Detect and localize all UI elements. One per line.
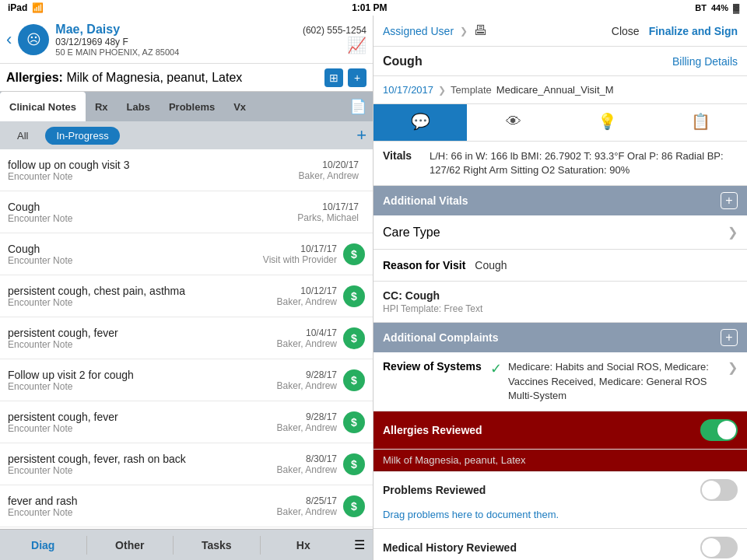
assigned-user-link[interactable]: Assigned User	[383, 25, 454, 37]
dollar-button[interactable]: $	[343, 243, 365, 265]
note-author: Baker, Andrew	[277, 422, 337, 433]
medical-history-label: Medical History Reviewed	[383, 541, 517, 554]
tab-problems[interactable]: Problems	[160, 92, 224, 121]
template-label: Template	[451, 84, 492, 96]
additional-complaints-add[interactable]: +	[721, 329, 738, 346]
note-meta: 10/4/17 Baker, Andrew	[277, 327, 337, 349]
patient-header: ‹ ☹ Mae, Daisy 03/12/1969 48y F 50 E MAI…	[0, 16, 373, 64]
care-type-row[interactable]: Care Type ❯	[374, 215, 747, 250]
patient-info: Mae, Daisy 03/12/1969 48y F 50 E MAIN PH…	[55, 23, 296, 57]
tab-vx[interactable]: Vx	[224, 92, 255, 121]
tab-rx[interactable]: Rx	[86, 92, 117, 121]
icon-tab-chat[interactable]: 💬	[374, 104, 467, 141]
avatar-icon: ☹	[26, 31, 41, 48]
medical-history-header: Medical History Reviewed	[374, 529, 747, 560]
review-of-systems-row: Review of Systems ✓ Medicare: Habits and…	[374, 352, 747, 411]
additional-vitals-add[interactable]: +	[721, 192, 738, 209]
note-title-text: persistent cough, fever, rash on back	[8, 453, 277, 465]
right-header: Assigned User ❯ 🖶 Close Finalize and Sig…	[374, 16, 747, 47]
note-list-item[interactable]: fever and rash Encounter Note 8/25/17 Ba…	[0, 485, 373, 527]
note-title-text: persistent cough, chest pain, asthma	[8, 285, 277, 297]
notes-add-button[interactable]: +	[356, 125, 366, 145]
note-list-item[interactable]: persistent cough, fever, rash on back En…	[0, 443, 373, 485]
bottom-tab-other[interactable]: Other	[87, 533, 174, 558]
close-button[interactable]: Close	[612, 25, 640, 37]
bottom-tab-diag[interactable]: Diag	[0, 533, 86, 558]
tab-labs[interactable]: Labs	[117, 92, 160, 121]
medical-history-toggle[interactable]	[700, 537, 738, 558]
note-type-text: Encounter Note	[8, 423, 277, 434]
filter-all-button[interactable]: All	[6, 127, 39, 145]
icon-tab-clipboard[interactable]: 📋	[654, 104, 747, 141]
note-content: persistent cough, chest pain, asthma Enc…	[8, 285, 277, 308]
problems-reviewed-toggle[interactable]	[700, 479, 738, 501]
note-author: Baker, Andrew	[277, 338, 337, 349]
tab-clinical-notes[interactable]: Clinical Notes	[0, 92, 86, 121]
care-type-label: Care Type	[383, 226, 440, 240]
bottom-menu-icon[interactable]: ☰	[346, 531, 373, 558]
allergies-grid-button[interactable]: ⊞	[324, 68, 343, 87]
chat-icon: 💬	[411, 112, 430, 131]
patient-name: Mae, Daisy	[55, 23, 296, 37]
print-button[interactable]: 🖶	[474, 23, 488, 39]
right-header-right: Close Finalize and Sign	[612, 25, 738, 37]
dollar-button[interactable]: $	[343, 495, 365, 517]
dollar-button[interactable]: $	[343, 453, 365, 475]
icon-tab-eye[interactable]: 👁	[467, 104, 560, 141]
note-list-item[interactable]: follow up on cough visit 3 Encounter Not…	[0, 149, 373, 191]
allergies-reviewed-toggle[interactable]	[700, 419, 738, 441]
note-title-text: persistent cough, fever	[8, 411, 277, 423]
additional-complaints-label: Additional Complaints	[383, 331, 499, 344]
allergies-text: Allergies: Milk of Magnesia, peanut, Lat…	[6, 71, 242, 85]
note-meta: 8/30/17 Baker, Andrew	[277, 453, 337, 475]
ecg-icon[interactable]: 📈	[347, 37, 366, 54]
bottom-tabs: Diag Other Tasks Hx ☰	[0, 529, 373, 560]
note-date: 10/20/17	[299, 159, 359, 170]
dollar-button[interactable]: $	[343, 327, 365, 349]
note-meta: 9/28/17 Baker, Andrew	[277, 369, 337, 391]
note-type-text: Encounter Note	[8, 507, 277, 518]
date-link[interactable]: 10/17/2017	[383, 84, 433, 96]
content-area: Vitals L/H: 66 in W: 166 lb BMI: 26.7902…	[374, 142, 747, 560]
note-list-item[interactable]: persistent cough, fever Encounter Note 1…	[0, 317, 373, 359]
note-list-item[interactable]: Cough Encounter Note 10/17/17 Parks, Mic…	[0, 191, 373, 233]
note-list-item[interactable]: persistent cough, fever Encounter Note 9…	[0, 401, 373, 443]
medical-history-section: Medical History Reviewed Drag medical hi…	[374, 529, 747, 560]
carrier-label: iPad	[8, 2, 27, 13]
finalize-sign-button[interactable]: Finalize and Sign	[649, 25, 738, 37]
patient-address: 50 E MAIN PHOENIX, AZ 85004	[55, 47, 296, 57]
note-content: Follow up visit 2 for cough Encounter No…	[8, 369, 277, 392]
right-panel: Assigned User ❯ 🖶 Close Finalize and Sig…	[374, 16, 747, 560]
note-content: persistent cough, fever, rash on back En…	[8, 453, 277, 476]
allergies-add-button[interactable]: +	[348, 68, 366, 87]
note-list-item[interactable]: Cough Encounter Note 10/17/17 Visit with…	[0, 233, 373, 275]
back-button[interactable]: ‹	[6, 30, 12, 50]
note-meta: 10/17/17 Visit with Provider	[263, 243, 337, 265]
date-chevron: ❯	[438, 85, 446, 96]
note-date: 10/4/17	[277, 327, 337, 338]
note-list-item[interactable]: persistent cough, chest pain, asthma Enc…	[0, 275, 373, 317]
dollar-button[interactable]: $	[343, 369, 365, 391]
document-icon[interactable]: 📄	[343, 98, 373, 115]
note-title-bar: Cough Billing Details	[374, 47, 747, 76]
cc-sub: HPI Template: Free Text	[383, 303, 738, 314]
note-title-text: Cough	[8, 243, 263, 255]
note-title-text: Follow up visit 2 for cough	[8, 369, 277, 381]
billing-details-link[interactable]: Billing Details	[672, 55, 738, 68]
ros-label: Review of Systems	[383, 360, 484, 373]
filter-in-progress-button[interactable]: In-Progress	[45, 127, 119, 145]
note-author: Parks, Michael	[297, 212, 359, 223]
note-list-item[interactable]: Follow up visit 2 for cough Encounter No…	[0, 359, 373, 401]
bottom-tab-tasks[interactable]: Tasks	[174, 533, 260, 558]
battery-icon: ▓	[733, 3, 739, 12]
allergies-icons: ⊞ +	[324, 68, 366, 87]
bottom-tab-hx[interactable]: Hx	[261, 533, 347, 558]
bluetooth-icon: BT	[695, 3, 707, 12]
dollar-button[interactable]: $	[343, 285, 365, 307]
note-content: Cough Encounter Note	[8, 201, 297, 224]
main-container: ‹ ☹ Mae, Daisy 03/12/1969 48y F 50 E MAI…	[0, 16, 747, 560]
icon-tab-lightbulb[interactable]: 💡	[560, 104, 654, 141]
eye-icon: 👁	[506, 113, 521, 131]
note-meta: 10/20/17 Baker, Andrew	[299, 159, 359, 181]
dollar-button[interactable]: $	[343, 411, 365, 433]
